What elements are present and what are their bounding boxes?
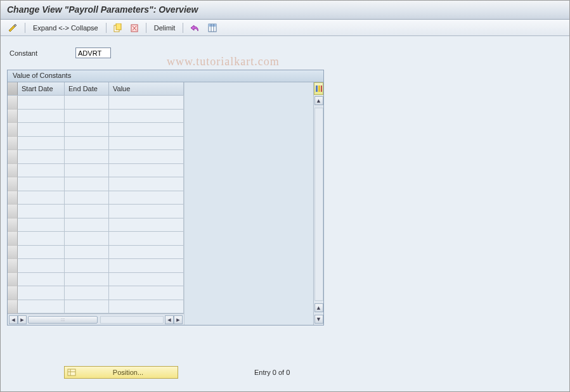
cell-start-date[interactable] [18,205,65,218]
cell-start-date[interactable] [18,123,65,137]
expand-collapse-button[interactable]: Expand <-> Collapse [30,24,101,32]
table-row [8,232,184,246]
table-row [8,273,184,287]
cell-value[interactable] [109,218,184,232]
row-selector[interactable] [8,96,18,110]
cell-start-date[interactable] [18,110,65,123]
grid-wrap: Start Date End Date Value ◄ ► ::: ◄ ► [8,82,323,325]
col-start-date[interactable]: Start Date [18,82,65,95]
row-selector[interactable] [8,150,18,164]
cell-value[interactable] [109,110,184,123]
cell-end-date[interactable] [65,218,109,232]
cell-value[interactable] [109,164,184,178]
cell-end-date[interactable] [65,96,109,110]
cell-start-date[interactable] [18,164,65,178]
cell-end-date[interactable] [65,123,109,137]
cell-start-date[interactable] [18,273,65,287]
cell-value[interactable] [109,259,184,273]
cell-start-date[interactable] [18,137,65,151]
cell-end-date[interactable] [65,191,109,205]
cell-end-date[interactable] [65,259,109,273]
row-selector[interactable] [8,191,18,205]
scroll-up-step-icon[interactable]: ▲ [314,303,323,312]
table-row [8,286,184,300]
cell-end-date[interactable] [65,300,109,314]
vscroll-track[interactable] [314,108,323,301]
cell-value[interactable] [109,96,184,110]
undo-icon[interactable] [188,23,202,33]
row-selector[interactable] [8,205,18,218]
hscroll-track[interactable] [100,316,164,324]
cell-end-date[interactable] [65,110,109,123]
row-selector[interactable] [8,259,18,273]
separator [106,23,107,33]
row-selector[interactable] [8,177,18,191]
cell-start-date[interactable] [18,300,65,314]
scroll-right-icon[interactable]: ► [174,315,183,324]
cell-end-date[interactable] [65,232,109,246]
cell-start-date[interactable] [18,177,65,191]
row-selector[interactable] [8,218,18,232]
cell-end-date[interactable] [65,246,109,260]
row-selector[interactable] [8,246,18,260]
cell-value[interactable] [109,205,184,218]
col-end-date[interactable]: End Date [65,82,109,95]
col-value[interactable]: Value [109,82,184,95]
scroll-down-icon[interactable]: ▼ [314,315,323,324]
copy-icon[interactable] [112,23,124,33]
row-selector[interactable] [8,164,18,178]
cell-value[interactable] [109,123,184,137]
footer-row: Position... Entry 0 of 0 [64,366,290,379]
cell-start-date[interactable] [18,259,65,273]
scroll-left-icon[interactable]: ◄ [9,315,18,324]
cell-value[interactable] [109,273,184,287]
grid-spacer [184,82,313,325]
cell-start-date[interactable] [18,232,65,246]
cell-end-date[interactable] [65,273,109,287]
position-label: Position... [79,369,178,376]
hscroll-thumb[interactable]: ::: [28,316,98,324]
cell-start-date[interactable] [18,191,65,205]
cell-start-date[interactable] [18,246,65,260]
cell-value[interactable] [109,232,184,246]
cell-end-date[interactable] [65,137,109,151]
title-text: Change View "Payroll Parameters": Overvi… [7,4,198,15]
cell-value[interactable] [109,150,184,164]
row-selector[interactable] [8,137,18,151]
cell-value[interactable] [109,300,184,314]
cell-value[interactable] [109,137,184,151]
cell-start-date[interactable] [18,286,65,300]
row-selector-header[interactable] [8,82,18,95]
cell-end-date[interactable] [65,150,109,164]
cell-end-date[interactable] [65,177,109,191]
row-selector[interactable] [8,300,18,314]
table-row [8,205,184,218]
cell-value[interactable] [109,191,184,205]
configure-columns-icon[interactable] [314,82,323,95]
row-selector[interactable] [8,110,18,123]
row-selector[interactable] [8,232,18,246]
cell-start-date[interactable] [18,218,65,232]
cell-end-date[interactable] [65,286,109,300]
cell-start-date[interactable] [18,96,65,110]
table-settings-icon[interactable] [206,23,219,33]
row-selector[interactable] [8,273,18,287]
row-selector[interactable] [8,286,18,300]
cell-end-date[interactable] [65,205,109,218]
row-selector[interactable] [8,123,18,137]
scroll-right-step-icon[interactable]: ► [18,315,27,324]
cell-end-date[interactable] [65,164,109,178]
table-row [8,164,184,178]
position-button[interactable]: Position... [64,366,178,379]
cell-value[interactable] [109,246,184,260]
delimit-button[interactable]: Delimit [152,24,178,32]
svg-rect-12 [321,85,322,92]
cell-value[interactable] [109,286,184,300]
delete-icon[interactable] [128,23,141,33]
toggle-display-change-icon[interactable] [6,22,20,34]
cell-value[interactable] [109,177,184,191]
scroll-up-icon[interactable]: ▲ [314,96,323,105]
cell-start-date[interactable] [18,150,65,164]
constant-input[interactable] [75,47,111,58]
scroll-left-step-icon[interactable]: ◄ [165,315,174,324]
